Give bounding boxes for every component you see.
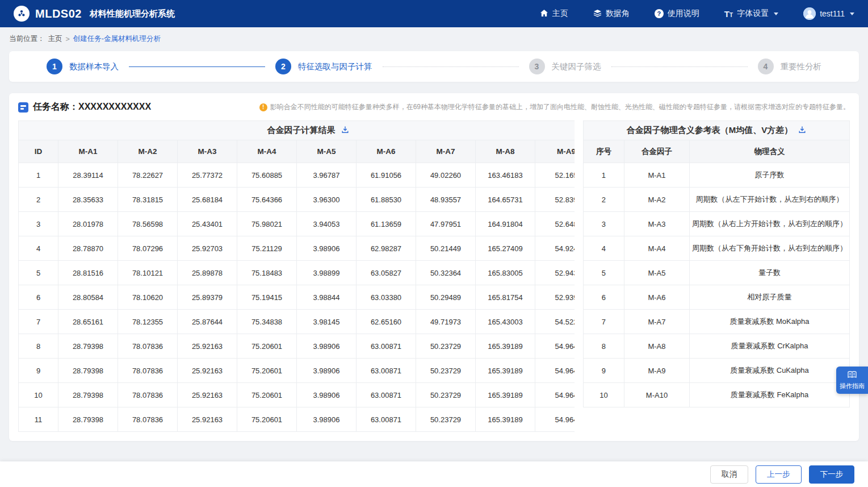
table-row: 8M-A8质量衰减系数 CrKalpha [583, 334, 849, 359]
table-cell: 量子数 [689, 261, 849, 285]
table-cell: 62.65160 [357, 310, 416, 334]
step-number: 2 [275, 59, 291, 74]
table-cell: 78.31815 [118, 188, 178, 212]
table-cell: 25.92163 [178, 407, 237, 432]
table-cell: 49.71973 [416, 310, 476, 334]
operation-guide-button[interactable]: 操作指南 [836, 367, 868, 394]
nav-item-data-corner[interactable]: 数据角 [593, 9, 630, 19]
table-cell: 52.165 [535, 163, 575, 188]
table-cell: 63.05827 [357, 261, 416, 285]
step-2-feature-selection: 2 特征选取与因子计算 [275, 59, 372, 74]
task-icon [18, 102, 28, 113]
table-row: 928.7939878.0783625.9216375.206013.98906… [19, 359, 575, 383]
table-cell: M-A3 [624, 212, 689, 236]
table-cell: 50.32364 [416, 261, 476, 285]
table-cell: 3 [19, 212, 58, 236]
table-cell: 54.964 [535, 407, 575, 432]
table-cell: 7 [19, 310, 58, 334]
table-cell: 78.07836 [118, 334, 178, 359]
breadcrumb-separator: > [66, 35, 70, 43]
step-number: 3 [529, 59, 545, 74]
table-cell: 28.81516 [58, 261, 118, 285]
table-cell: M-A8 [624, 334, 689, 359]
table-cell: 75.98021 [237, 212, 297, 236]
download-icon[interactable] [798, 126, 806, 135]
table-cell: 5 [19, 261, 58, 285]
step-label: 关键因子筛选 [552, 61, 601, 72]
username-label: test111 [820, 9, 845, 18]
table-cell: 63.00871 [357, 407, 416, 432]
app-code: MLDS02 [35, 7, 82, 20]
table-row: 528.8151678.1012125.8987875.184833.98899… [19, 261, 575, 285]
warning-icon [259, 103, 267, 111]
next-step-button[interactable]: 下一步 [809, 465, 855, 484]
factor-reference-table: 合金因子物理含义参考表（M均值、V方差） 序号合金因子物理含义 1M-A1原子序… [583, 120, 850, 407]
table-row: 9M-A9质量衰减系数 CuKalpha [583, 359, 849, 383]
table-cell: 3.94053 [297, 212, 357, 236]
table-row: 628.8058478.1062025.8937975.194153.98844… [19, 285, 575, 310]
column-header: 序号 [583, 140, 624, 163]
table-cell: M-A9 [624, 359, 689, 383]
table-cell: 52.939 [535, 285, 575, 310]
table-cell: 28.79398 [58, 407, 118, 432]
table-cell: 75.20601 [237, 407, 297, 432]
breadcrumb-home[interactable]: 主页 [48, 34, 62, 44]
table-cell: M-A4 [624, 236, 689, 261]
table-cell: 周期数（从右下角开始计数，从右到左的顺序） [689, 236, 849, 261]
table-cell: 4 [19, 236, 58, 261]
table-cell: M-A10 [624, 383, 689, 407]
top-navbar: MLDS02 材料性能机理分析系统 主页 数据角 使用说明 [0, 0, 868, 27]
reference-table-header-row: 序号合金因子物理含义 [583, 140, 849, 163]
table-cell: 3.98844 [297, 285, 357, 310]
table-cell: 3.98906 [297, 359, 357, 383]
nav-item-font-settings[interactable]: 字体设置 [724, 9, 778, 19]
table-cell: 61.88530 [357, 188, 416, 212]
table-cell: 48.93557 [416, 188, 476, 212]
cancel-button[interactable]: 取消 [710, 465, 748, 484]
table-cell: 25.92163 [178, 334, 237, 359]
nav-item-user[interactable]: test111 [803, 7, 854, 20]
table-cell: 25.92703 [178, 236, 237, 261]
download-icon[interactable] [341, 126, 349, 135]
table-cell: 2 [583, 188, 624, 212]
table-row: 828.7939878.0783625.9216375.206013.98906… [19, 334, 575, 359]
table-cell: 质量衰减系数 MoKalpha [689, 310, 849, 334]
table-cell: 8 [19, 334, 58, 359]
table-cell: 50.23729 [416, 407, 476, 432]
table-cell: 3.98906 [297, 334, 357, 359]
table-cell: 54.964 [535, 359, 575, 383]
task-header-row: 任务名称：XXXXXXXXXXXX 影响合金不同性能的可能特征参量种类多样，在6… [18, 101, 850, 113]
table-cell: 165.27409 [476, 236, 535, 261]
table-cell: 25.89379 [178, 285, 237, 310]
table-cell: 54.924 [535, 236, 575, 261]
app-logo: MLDS02 材料性能机理分析系统 [14, 6, 175, 22]
table-row: 5M-A5量子数 [583, 261, 849, 285]
table-cell: 3.98906 [297, 383, 357, 407]
table-cell: 78.12355 [118, 310, 178, 334]
main-content-card: 任务名称：XXXXXXXXXXXX 影响合金不同性能的可能特征参量种类多样，在6… [9, 93, 859, 441]
column-header: M-A1 [58, 140, 118, 163]
table-cell: 25.87644 [178, 310, 237, 334]
table-cell: 9 [583, 359, 624, 383]
table-cell: 78.22627 [118, 163, 178, 188]
nav-item-help[interactable]: 使用说明 [655, 9, 699, 19]
question-icon [655, 9, 664, 18]
breadcrumb-current[interactable]: 创建任务-金属材料机理分析 [73, 34, 161, 44]
step-connector [383, 66, 519, 67]
steps-indicator: 1 数据样本导入 2 特征选取与因子计算 3 关键因子筛选 4 重要性分析 [9, 51, 859, 82]
table-cell: 25.43401 [178, 212, 237, 236]
column-header: M-A5 [297, 140, 357, 163]
table-cell: 63.03380 [357, 285, 416, 310]
feature-notice: 影响合金不同性能的可能特征参量种类多样，在69种基本物理化学特征参量的基础上，增… [259, 102, 850, 112]
table-cell: 8 [583, 334, 624, 359]
table-cell: 25.77372 [178, 163, 237, 188]
nav-item-home[interactable]: 主页 [540, 9, 568, 19]
factor-result-table-container[interactable]: 合金因子计算结果 IDM-A1M-A2M-A3M-A4M-A5M-A6M- [18, 120, 575, 432]
result-table-header-row: IDM-A1M-A2M-A3M-A4M-A5M-A6M-A7M-A8M-A9 [19, 140, 575, 163]
prev-step-button[interactable]: 上一步 [756, 465, 802, 484]
top-nav-menu: 主页 数据角 使用说明 字体设置 [540, 7, 854, 20]
step-number: 4 [758, 59, 774, 74]
chevron-down-icon [850, 13, 854, 15]
table-cell: M-A7 [624, 310, 689, 334]
table-cell: 28.65161 [58, 310, 118, 334]
